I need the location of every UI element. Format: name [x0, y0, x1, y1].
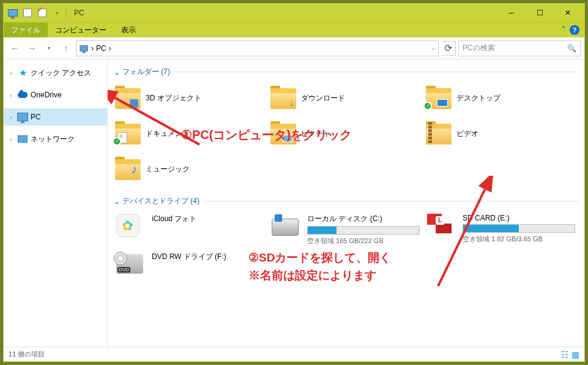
titlebar: ✓ ▾ PC ─ ☐ ✕	[4, 4, 584, 22]
details-view-icon[interactable]: ☷	[561, 350, 569, 359]
qat-dropdown-icon[interactable]: ▾	[50, 6, 64, 20]
network-icon	[17, 134, 28, 145]
quick-access-toolbar: ✓ ▾	[6, 6, 64, 20]
hdd-icon	[272, 214, 301, 238]
drive-icloud[interactable]: iCloud フォト	[114, 211, 267, 246]
group-drives-label: デバイスとドライブ (4)	[122, 196, 199, 206]
chevron-right-icon[interactable]: ›	[7, 70, 15, 77]
explorer-window: ✓ ▾ PC ─ ☐ ✕ ファイル コンピューター 表示 ˄ ? ← → ▾ ↑…	[3, 3, 585, 362]
usage-bar	[463, 224, 575, 233]
folder-videos[interactable]: ビデオ	[425, 118, 578, 149]
drive-local-c[interactable]: ローカル ディスク (C:) 空き領域 165 GB/222 GB	[269, 211, 422, 246]
drive-name: iCloud フォト	[152, 214, 264, 224]
close-button[interactable]: ✕	[554, 4, 582, 22]
search-placeholder: PCの検索	[463, 43, 495, 53]
sidebar-item-onedrive[interactable]: › OneDrive	[4, 86, 107, 103]
folder-music[interactable]: ♪ ミュージック	[114, 153, 267, 185]
location-icon	[80, 45, 88, 51]
sidebar-item-label: OneDrive	[31, 91, 62, 99]
address-field[interactable]: › PC › ⌄	[76, 40, 439, 56]
sidebar-item-quick-access[interactable]: › ★ クイック アクセス	[4, 64, 107, 81]
folder-3d-objects[interactable]: 3D オブジェクト	[114, 82, 267, 114]
pc-icon	[17, 111, 28, 122]
window-title: PC	[74, 9, 84, 17]
drive-name: ローカル ディスク (C:)	[307, 214, 420, 224]
ribbon: ファイル コンピューター 表示 ˄ ?	[4, 22, 584, 37]
drive-name: DVD RW ドライブ (F:)	[152, 252, 264, 262]
drive-dvd[interactable]: DVD DVD RW ドライブ (F:)	[114, 249, 267, 284]
folder-icon	[426, 122, 452, 145]
sd-card-icon: L	[427, 214, 456, 238]
content-area: › ★ クイック アクセス › OneDrive › PC › ネットワーク	[4, 59, 584, 347]
chevron-right-icon[interactable]: ›	[7, 92, 15, 99]
icloud-icon	[116, 214, 146, 238]
group-drives-header[interactable]: ⌄ デバイスとドライブ (4)	[114, 196, 578, 206]
folder-icon	[115, 87, 141, 109]
breadcrumb-sep: ›	[109, 44, 111, 53]
drive-name: SD CARD (E:)	[463, 214, 575, 222]
sidebar-item-network[interactable]: › ネットワーク	[4, 130, 107, 148]
navigation-pane: › ★ クイック アクセス › OneDrive › PC › ネットワーク	[4, 59, 108, 347]
onedrive-icon	[17, 89, 28, 100]
ribbon-expand-icon[interactable]: ˄	[561, 24, 566, 36]
drives-grid: iCloud フォト ローカル ディスク (C:) 空き領域 165 GB/22…	[114, 211, 578, 284]
minimize-button[interactable]: ─	[497, 4, 526, 22]
sidebar-item-pc[interactable]: › PC	[4, 108, 107, 126]
sidebar-item-label: クイック アクセス	[31, 68, 91, 78]
tab-view[interactable]: 表示	[114, 23, 143, 37]
qat-checkbox-checked-icon[interactable]: ✓	[35, 6, 49, 20]
drive-free-space: 空き領域 165 GB/222 GB	[307, 236, 420, 246]
app-icon	[6, 6, 20, 20]
dvd-icon: DVD	[116, 252, 146, 276]
folder-icon	[270, 122, 296, 145]
drive-free-space: 空き領域 1.82 GB/3.65 GB	[463, 235, 575, 244]
quick-access-icon: ★	[17, 67, 28, 78]
group-folders-label: フォルダー (7)	[122, 67, 170, 77]
tab-computer[interactable]: コンピューター	[48, 23, 114, 37]
item-count: 11 個の項目	[9, 350, 45, 359]
usage-bar	[307, 226, 420, 235]
chevron-right-icon[interactable]: ›	[7, 114, 15, 121]
folder-icon: ♪	[115, 158, 141, 180]
breadcrumb-location[interactable]: PC	[96, 44, 106, 53]
main-view: ⌄ フォルダー (7) 3D オブジェクト ↓ ダウンロード デスクトップ	[108, 59, 584, 347]
sidebar-item-label: ネットワーク	[31, 134, 75, 145]
large-icons-view-icon[interactable]: ▦	[571, 350, 579, 359]
folder-icon	[426, 87, 452, 109]
chevron-right-icon[interactable]: ›	[7, 136, 15, 143]
qat-properties-icon[interactable]	[21, 6, 34, 20]
refresh-button[interactable]: ⟳	[441, 41, 456, 56]
tab-file[interactable]: ファイル	[4, 23, 48, 37]
folder-documents[interactable]: ドキュメント	[114, 118, 267, 149]
folders-grid: 3D オブジェクト ↓ ダウンロード デスクトップ ドキュメント ピクチャ	[114, 82, 578, 185]
history-dropdown[interactable]: ▾	[42, 41, 56, 56]
group-folders-header[interactable]: ⌄ フォルダー (7)	[114, 67, 578, 77]
folder-downloads[interactable]: ↓ ダウンロード	[269, 82, 422, 114]
folder-icon	[115, 122, 141, 145]
drive-sd-card[interactable]: L SD CARD (E:) 空き領域 1.82 GB/3.65 GB	[425, 211, 578, 246]
folder-pictures[interactable]: ピクチャ	[269, 118, 422, 149]
help-icon[interactable]: ?	[570, 25, 579, 35]
up-button[interactable]: ↑	[59, 41, 73, 56]
status-bar: 11 個の項目 ☷ ▦	[4, 347, 584, 361]
maximize-button[interactable]: ☐	[526, 4, 554, 22]
folder-icon: ↓	[270, 87, 296, 109]
search-input[interactable]: PCの検索 🔍	[458, 40, 581, 56]
address-bar: ← → ▾ ↑ › PC › ⌄ ⟳ PCの検索 🔍	[4, 37, 584, 59]
search-icon: 🔍	[567, 44, 576, 53]
back-button[interactable]: ←	[7, 41, 22, 56]
breadcrumb-sep: ›	[91, 44, 94, 53]
sidebar-item-label: PC	[31, 113, 41, 121]
forward-button[interactable]: →	[24, 41, 39, 56]
address-dropdown-icon[interactable]: ⌄	[431, 45, 436, 51]
folder-desktop[interactable]: デスクトップ	[425, 82, 578, 114]
